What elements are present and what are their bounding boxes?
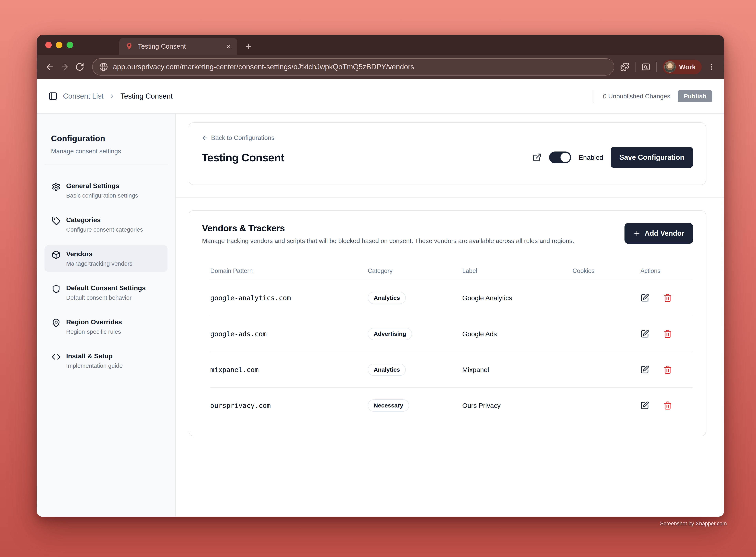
- vendor-domain: mixpanel.com: [210, 366, 368, 374]
- plus-icon: [633, 230, 641, 237]
- delete-trash-icon[interactable]: [663, 329, 672, 338]
- arrow-left-icon: [202, 135, 208, 141]
- toolbar-divider: [656, 62, 657, 72]
- table-row: google-analytics.com Analytics Google An…: [210, 280, 693, 316]
- sidebar-divider: [45, 164, 168, 165]
- vendors-table: Domain Pattern Category Label Cookies Ac…: [210, 262, 693, 423]
- header-divider: [594, 90, 594, 103]
- configuration-sidebar: Configuration Manage consent settings Ge…: [37, 114, 176, 517]
- browser-menu-kebab-icon[interactable]: [707, 63, 716, 71]
- vendor-domain: google-analytics.com: [210, 294, 368, 302]
- main-divider: [176, 197, 724, 198]
- package-icon: [52, 250, 61, 259]
- vendor-label: Google Analytics: [462, 294, 572, 302]
- sidebar-item-default-consent-settings[interactable]: Default Consent Settings Default consent…: [45, 279, 168, 306]
- breadcrumb-current: Testing Consent: [120, 92, 173, 100]
- breadcrumb-consent-list[interactable]: Consent List: [63, 92, 104, 100]
- browser-tab[interactable]: Testing Consent: [119, 38, 237, 55]
- vendors-section-description: Manage tracking vendors and scripts that…: [202, 237, 596, 245]
- forward-icon[interactable]: [60, 62, 69, 71]
- edit-icon[interactable]: [640, 401, 649, 410]
- app-header: Consent List Testing Consent 0 Unpublish…: [37, 79, 724, 114]
- sidebar-toggle-icon[interactable]: [49, 92, 57, 101]
- watermark: Screenshot by Xnapper.com: [660, 521, 727, 527]
- shield-icon: [52, 284, 61, 293]
- minimize-window-button[interactable]: [56, 42, 62, 48]
- add-vendor-button[interactable]: Add Vendor: [624, 223, 693, 244]
- delete-trash-icon[interactable]: [663, 401, 672, 410]
- sidebar-item-label: Categories: [66, 215, 143, 224]
- traffic-lights: [45, 35, 73, 55]
- tab-close-icon[interactable]: [226, 43, 231, 49]
- sidebar-item-categories[interactable]: Categories Configure consent categories: [45, 211, 168, 238]
- column-header-domain: Domain Pattern: [210, 267, 368, 274]
- vendor-domain: google-ads.com: [210, 330, 368, 338]
- vendor-label: Mixpanel: [462, 366, 572, 374]
- map-pin-icon: [52, 318, 61, 327]
- sidebar-item-description: Default consent behavior: [66, 294, 146, 302]
- app-content: Consent List Testing Consent 0 Unpublish…: [37, 79, 724, 517]
- main-content: Back to Configurations Testing Consent E…: [176, 114, 724, 517]
- breadcrumb-chevron-icon: [109, 93, 115, 99]
- publish-button[interactable]: Publish: [678, 90, 712, 102]
- gear-icon: [52, 182, 61, 191]
- table-header-row: Domain Pattern Category Label Cookies Ac…: [210, 262, 693, 280]
- sidebar-item-vendors[interactable]: Vendors Manage tracking vendors: [45, 245, 168, 272]
- browser-toolbar: app.oursprivacy.com/marketing-center/con…: [37, 55, 724, 79]
- external-link-icon[interactable]: [533, 153, 541, 162]
- sidebar-search-icon[interactable]: [641, 62, 650, 71]
- vendor-label: Ours Privacy: [462, 402, 572, 409]
- sidebar-item-label: Region Overrides: [66, 318, 122, 326]
- edit-icon[interactable]: [640, 294, 649, 302]
- sidebar-subtitle: Manage consent settings: [45, 147, 168, 155]
- edit-icon[interactable]: [640, 365, 649, 374]
- category-badge: Advertising: [368, 328, 412, 340]
- delete-trash-icon[interactable]: [663, 365, 672, 374]
- new-tab-button[interactable]: [245, 42, 253, 51]
- browser-window: Testing Consent: [37, 35, 724, 517]
- back-icon[interactable]: [45, 62, 54, 71]
- sidebar-nav: General Settings Basic configuration set…: [45, 177, 168, 374]
- delete-trash-icon[interactable]: [663, 294, 672, 302]
- table-row: google-ads.com Advertising Google Ads: [210, 316, 693, 352]
- code-icon: [52, 352, 61, 361]
- save-configuration-button[interactable]: Save Configuration: [611, 147, 693, 168]
- table-row: mixpanel.com Analytics Mixpanel: [210, 352, 693, 387]
- enabled-toggle[interactable]: [549, 151, 571, 163]
- column-header-category: Category: [368, 267, 462, 274]
- profile-label: Work: [679, 63, 696, 71]
- back-to-configurations-link[interactable]: Back to Configurations: [202, 134, 693, 142]
- site-info-globe-icon[interactable]: [99, 63, 108, 71]
- save-configuration-label: Save Configuration: [619, 153, 684, 162]
- sidebar-item-general-settings[interactable]: General Settings Basic configuration set…: [45, 177, 168, 204]
- sidebar-item-region-overrides[interactable]: Region Overrides Region-specific rules: [45, 313, 168, 340]
- sidebar-title: Configuration: [45, 134, 168, 144]
- edit-icon[interactable]: [640, 329, 649, 338]
- sidebar-item-label: Install & Setup: [66, 352, 123, 360]
- column-header-actions: Actions: [640, 267, 693, 274]
- category-badge: Necessary: [368, 400, 409, 412]
- tab-favicon-icon: [125, 42, 133, 50]
- url-bar[interactable]: app.oursprivacy.com/marketing-center/con…: [92, 58, 614, 76]
- sidebar-item-label: Default Consent Settings: [66, 284, 146, 292]
- tab-strip: Testing Consent: [37, 35, 724, 55]
- zoom-window-button[interactable]: [66, 42, 73, 48]
- sidebar-item-description: Configure consent categories: [66, 226, 143, 234]
- unpublished-changes-label: 0 Unpublished Changes: [603, 93, 670, 100]
- extensions-puzzle-icon[interactable]: [620, 62, 629, 71]
- profile-button[interactable]: Work: [663, 60, 702, 74]
- close-window-button[interactable]: [45, 42, 52, 48]
- sidebar-item-description: Basic configuration settings: [66, 192, 138, 200]
- vendor-domain: oursprivacy.com: [210, 402, 368, 409]
- category-badge: Analytics: [368, 363, 406, 376]
- sidebar-item-install-setup[interactable]: Install & Setup Implementation guide: [45, 347, 168, 374]
- avatar: [664, 61, 676, 72]
- tab-title: Testing Consent: [138, 42, 221, 50]
- vendors-section-title: Vendors & Trackers: [202, 223, 693, 234]
- reload-icon[interactable]: [75, 62, 84, 71]
- back-link-label: Back to Configurations: [211, 134, 275, 142]
- url-text: app.oursprivacy.com/marketing-center/con…: [113, 63, 414, 71]
- column-header-cookies: Cookies: [572, 267, 640, 274]
- sidebar-item-description: Region-specific rules: [66, 328, 122, 336]
- vendor-label: Google Ads: [462, 330, 572, 338]
